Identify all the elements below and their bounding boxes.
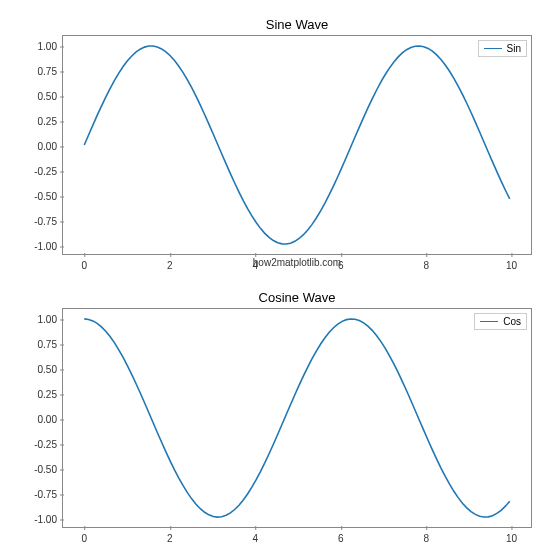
legend-cosine: Cos (474, 313, 527, 330)
y-tick: 1.00 (38, 314, 63, 325)
x-tick: 10 (506, 254, 517, 271)
y-tick: 0.25 (38, 116, 63, 127)
x-tick: 2 (167, 527, 173, 544)
y-tick: 0.50 (38, 91, 63, 102)
y-tick: 0.25 (38, 389, 63, 400)
y-tick: -0.25 (34, 439, 63, 450)
y-tick: -1.00 (34, 241, 63, 252)
y-tick: -0.75 (34, 216, 63, 227)
y-tick: -1.00 (34, 514, 63, 525)
legend-label-sine: Sin (507, 43, 521, 54)
x-tick: 0 (82, 527, 88, 544)
caption-sine: how2matplotlib.com (63, 257, 531, 268)
y-tick: -0.50 (34, 191, 63, 202)
y-tick: 0.75 (38, 66, 63, 77)
legend-swatch-icon (480, 321, 498, 322)
x-tick: 4 (252, 254, 258, 271)
x-tick: 6 (338, 254, 344, 271)
legend-label-cosine: Cos (503, 316, 521, 327)
legend-swatch-icon (484, 48, 502, 49)
plot-area-cosine: Cos -1.00-0.75-0.50-0.250.000.250.500.75… (62, 308, 532, 528)
y-tick: 0.00 (38, 141, 63, 152)
x-tick: 6 (338, 527, 344, 544)
legend-sine: Sin (478, 40, 527, 57)
cosine-curve (63, 309, 531, 527)
y-tick: -0.50 (34, 464, 63, 475)
sine-curve (63, 36, 531, 254)
x-tick: 8 (423, 527, 429, 544)
subplot-sine: Sine Wave Sin how2matplotlib.com -1.00-0… (62, 35, 532, 255)
subplot-cosine: Cosine Wave Cos -1.00-0.75-0.50-0.250.00… (62, 308, 532, 528)
chart-title-cosine: Cosine Wave (62, 290, 532, 305)
x-tick: 2 (167, 254, 173, 271)
y-tick: 0.00 (38, 414, 63, 425)
y-tick: -0.75 (34, 489, 63, 500)
y-tick: -0.25 (34, 166, 63, 177)
y-tick: 1.00 (38, 41, 63, 52)
chart-title-sine: Sine Wave (62, 17, 532, 32)
x-tick: 10 (506, 527, 517, 544)
plot-area-sine: Sin how2matplotlib.com -1.00-0.75-0.50-0… (62, 35, 532, 255)
y-tick: 0.50 (38, 364, 63, 375)
y-tick: 0.75 (38, 339, 63, 350)
x-tick: 4 (252, 527, 258, 544)
x-tick: 0 (82, 254, 88, 271)
x-tick: 8 (423, 254, 429, 271)
